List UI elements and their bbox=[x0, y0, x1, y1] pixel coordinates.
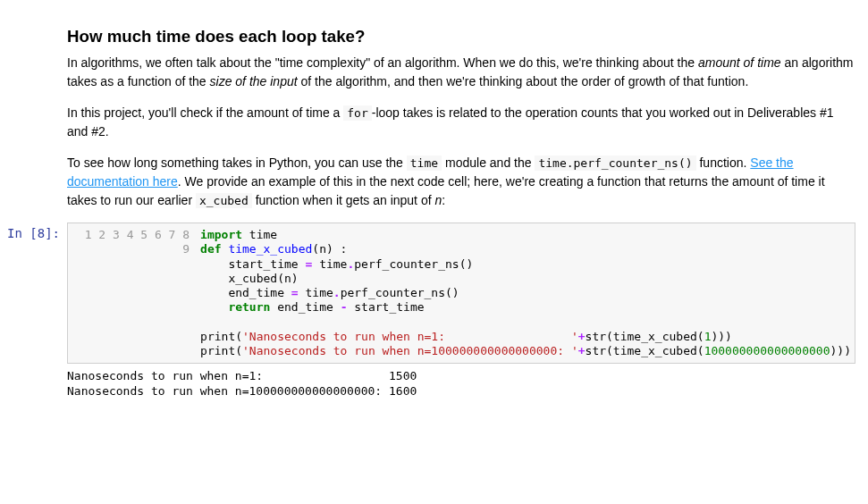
text: In this project, you'll check if the amo… bbox=[67, 105, 343, 120]
text: function when it gets an input of bbox=[252, 193, 435, 207]
inline-code: x_cubed bbox=[196, 193, 252, 208]
inline-code: for bbox=[343, 105, 371, 121]
line-number-gutter: 1 2 3 4 5 6 7 8 9 bbox=[68, 223, 197, 363]
markdown-cell: . How much time does each loop take? In … bbox=[0, 18, 868, 223]
stdout-output: Nanoseconds to run when n=1: 1500 Nanose… bbox=[67, 364, 855, 399]
text: module and the bbox=[442, 155, 535, 170]
prompt-empty: . bbox=[0, 364, 67, 399]
output-cell: . Nanoseconds to run when n=1: 1500 Nano… bbox=[0, 364, 868, 399]
code-cell: In [8]: 1 2 3 4 5 6 7 8 9 import time de… bbox=[0, 223, 868, 364]
text: To see how long something takes in Pytho… bbox=[67, 155, 407, 170]
input-prompt: In [8]: bbox=[0, 223, 67, 364]
inline-code: time bbox=[407, 155, 442, 171]
paragraph-2: In this project, you'll check if the amo… bbox=[67, 104, 855, 141]
heading: How much time does each loop take? bbox=[67, 27, 855, 46]
text: In algorithms, we often talk about the "… bbox=[67, 55, 698, 70]
text: : bbox=[442, 193, 445, 207]
text: . We provide an example of this in the n… bbox=[67, 174, 825, 207]
text: function. bbox=[696, 155, 751, 170]
inline-code: time.perf_counter_ns() bbox=[535, 155, 695, 171]
text: of the algorithm, and then we're thinkin… bbox=[298, 74, 749, 88]
prompt-empty: . bbox=[0, 18, 67, 223]
code-content: import time def time_x_cubed(n) : start_… bbox=[197, 223, 855, 363]
paragraph-3: To see how long something takes in Pytho… bbox=[67, 154, 855, 210]
emphasis: size of the input bbox=[210, 74, 298, 88]
emphasis: amount of time bbox=[698, 55, 781, 70]
paragraph-1: In algorithms, we often talk about the "… bbox=[67, 54, 855, 91]
code-editor[interactable]: 1 2 3 4 5 6 7 8 9 import time def time_x… bbox=[67, 223, 855, 364]
